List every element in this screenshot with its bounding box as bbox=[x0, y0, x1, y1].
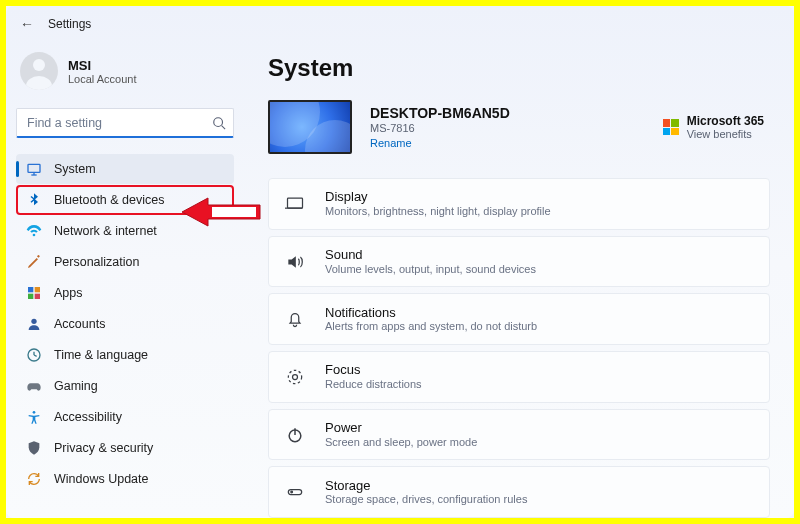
focus-icon bbox=[285, 367, 305, 387]
search-box[interactable] bbox=[16, 108, 234, 138]
sidebar-item-time-language[interactable]: Time & language bbox=[16, 340, 234, 370]
card-display[interactable]: Display Monitors, brightness, night ligh… bbox=[268, 178, 770, 230]
card-subtitle: Reduce distractions bbox=[325, 378, 422, 391]
card-notifications[interactable]: Notifications Alerts from apps and syste… bbox=[268, 293, 770, 345]
card-storage[interactable]: Storage Storage space, drives, configura… bbox=[268, 466, 770, 518]
card-subtitle: Storage space, drives, configuration rul… bbox=[325, 493, 527, 506]
svg-rect-2 bbox=[28, 164, 40, 172]
sidebar-item-gaming[interactable]: Gaming bbox=[16, 371, 234, 401]
accounts-icon bbox=[26, 316, 42, 332]
svg-rect-7 bbox=[28, 294, 33, 299]
svg-line-1 bbox=[222, 126, 226, 130]
account-block[interactable]: MSI Local Account bbox=[16, 42, 234, 108]
storage-icon bbox=[285, 482, 305, 502]
device-model: MS-7816 bbox=[370, 122, 510, 134]
notifications-icon bbox=[285, 309, 305, 329]
user-name: MSI bbox=[68, 58, 137, 73]
back-icon[interactable]: ← bbox=[20, 16, 34, 32]
sidebar-item-network[interactable]: Network & internet bbox=[16, 216, 234, 246]
m365-title: Microsoft 365 bbox=[687, 114, 764, 128]
sidebar-item-bluetooth[interactable]: Bluetooth & devices bbox=[16, 185, 234, 215]
sidebar-item-apps[interactable]: Apps bbox=[16, 278, 234, 308]
system-icon bbox=[26, 161, 42, 177]
sidebar-item-label: Personalization bbox=[54, 255, 139, 269]
svg-point-17 bbox=[293, 374, 298, 379]
windows-update-icon bbox=[26, 471, 42, 487]
svg-point-0 bbox=[214, 118, 223, 127]
svg-rect-14 bbox=[288, 198, 303, 208]
sidebar-item-label: Accessibility bbox=[54, 410, 122, 424]
microsoft-365-block[interactable]: Microsoft 365 View benefits bbox=[663, 114, 770, 140]
sidebar-item-label: Bluetooth & devices bbox=[54, 193, 165, 207]
settings-cards: Display Monitors, brightness, night ligh… bbox=[268, 178, 770, 518]
svg-point-9 bbox=[31, 319, 36, 324]
card-subtitle: Alerts from apps and system, do not dist… bbox=[325, 320, 537, 333]
svg-rect-8 bbox=[35, 294, 40, 299]
avatar bbox=[20, 52, 58, 90]
sidebar-item-label: Time & language bbox=[54, 348, 148, 362]
card-title: Storage bbox=[325, 478, 527, 494]
sidebar-item-label: System bbox=[54, 162, 96, 176]
search-icon bbox=[212, 116, 226, 130]
sidebar-item-label: Windows Update bbox=[54, 472, 149, 486]
sidebar-item-label: Privacy & security bbox=[54, 441, 153, 455]
nav-list: System Bluetooth & devices Network & int… bbox=[16, 154, 234, 494]
card-focus[interactable]: Focus Reduce distractions bbox=[268, 351, 770, 403]
svg-point-21 bbox=[291, 491, 293, 493]
device-rename-link[interactable]: Rename bbox=[370, 137, 510, 149]
m365-subtitle: View benefits bbox=[687, 128, 764, 140]
sidebar-item-label: Gaming bbox=[54, 379, 98, 393]
sidebar-item-windows-update[interactable]: Windows Update bbox=[16, 464, 234, 494]
personalization-icon bbox=[26, 254, 42, 270]
header-title: Settings bbox=[48, 17, 91, 31]
apps-icon bbox=[26, 285, 42, 301]
svg-rect-6 bbox=[35, 287, 40, 292]
card-title: Display bbox=[325, 189, 551, 205]
device-thumbnail[interactable] bbox=[268, 100, 352, 154]
sidebar-item-label: Network & internet bbox=[54, 224, 157, 238]
card-sound[interactable]: Sound Volume levels, output, input, soun… bbox=[268, 236, 770, 288]
card-title: Focus bbox=[325, 362, 422, 378]
sidebar-item-system[interactable]: System bbox=[16, 154, 234, 184]
window-header: ← Settings bbox=[6, 6, 794, 42]
page-title: System bbox=[268, 42, 770, 100]
main-content: System DESKTOP-BM6AN5D MS-7816 Rename Mi… bbox=[244, 42, 794, 518]
svg-point-16 bbox=[288, 370, 301, 383]
display-icon bbox=[285, 194, 305, 214]
sidebar-item-personalization[interactable]: Personalization bbox=[16, 247, 234, 277]
sidebar-item-label: Accounts bbox=[54, 317, 105, 331]
network-icon bbox=[26, 223, 42, 239]
microsoft-logo-icon bbox=[663, 119, 679, 135]
card-title: Power bbox=[325, 420, 477, 436]
svg-line-12 bbox=[34, 355, 37, 356]
sound-icon bbox=[285, 252, 305, 272]
search-input[interactable] bbox=[16, 108, 234, 138]
card-power[interactable]: Power Screen and sleep, power mode bbox=[268, 409, 770, 461]
sidebar: MSI Local Account System bbox=[6, 42, 244, 518]
card-subtitle: Screen and sleep, power mode bbox=[325, 436, 477, 449]
card-subtitle: Monitors, brightness, night light, displ… bbox=[325, 205, 551, 218]
sidebar-item-label: Apps bbox=[54, 286, 83, 300]
accessibility-icon bbox=[26, 409, 42, 425]
card-subtitle: Volume levels, output, input, sound devi… bbox=[325, 263, 536, 276]
svg-point-13 bbox=[33, 411, 36, 414]
bluetooth-icon bbox=[26, 192, 42, 208]
sidebar-item-privacy[interactable]: Privacy & security bbox=[16, 433, 234, 463]
sidebar-item-accessibility[interactable]: Accessibility bbox=[16, 402, 234, 432]
privacy-icon bbox=[26, 440, 42, 456]
svg-rect-5 bbox=[28, 287, 33, 292]
time-language-icon bbox=[26, 347, 42, 363]
user-subtitle: Local Account bbox=[68, 73, 137, 85]
card-title: Sound bbox=[325, 247, 536, 263]
sidebar-item-accounts[interactable]: Accounts bbox=[16, 309, 234, 339]
gaming-icon bbox=[26, 378, 42, 394]
device-name: DESKTOP-BM6AN5D bbox=[370, 105, 510, 121]
power-icon bbox=[285, 425, 305, 445]
card-title: Notifications bbox=[325, 305, 537, 321]
device-row: DESKTOP-BM6AN5D MS-7816 Rename Microsoft… bbox=[268, 100, 770, 154]
